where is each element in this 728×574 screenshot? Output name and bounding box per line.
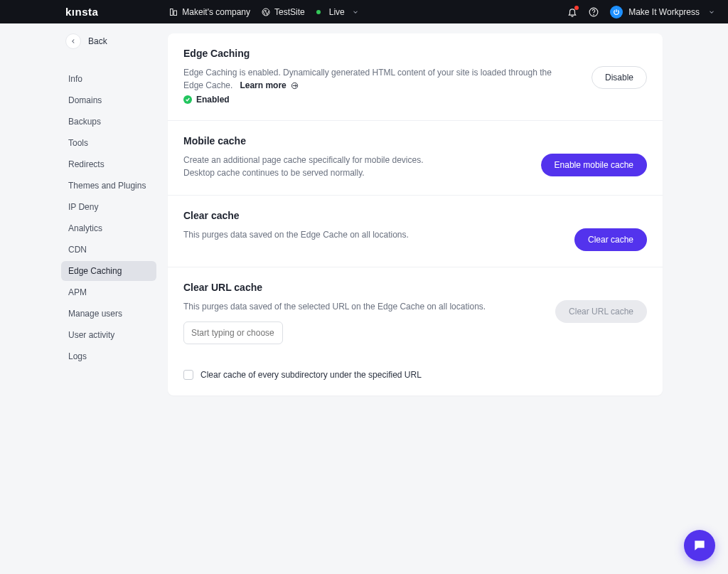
- arrow-left-icon: [70, 38, 77, 45]
- sidebar-item-domains[interactable]: Domains: [61, 90, 158, 110]
- sidebar-item-info[interactable]: Info: [61, 69, 158, 89]
- section-clear-cache: Clear cache This purges data saved on th…: [168, 196, 663, 267]
- breadcrumb: Makeit's company TestSite Live: [169, 7, 567, 17]
- sidebar-item-ip-deny[interactable]: IP Deny: [61, 197, 158, 217]
- external-link-icon: [291, 82, 299, 90]
- chevron-down-icon: [352, 9, 359, 16]
- section-mobile-cache: Mobile cache Create an additional page c…: [168, 121, 663, 196]
- sidebar-item-edge-caching[interactable]: Edge Caching: [61, 261, 156, 281]
- main-panel: Edge Caching Edge Caching is enabled. Dy…: [168, 33, 663, 395]
- sidebar-item-manage-users[interactable]: Manage users: [61, 304, 158, 324]
- enable-mobile-cache-button[interactable]: Enable mobile cache: [541, 154, 647, 176]
- section-title: Mobile cache: [183, 135, 647, 147]
- chevron-down-icon: [708, 9, 715, 16]
- chat-launcher[interactable]: [684, 530, 715, 561]
- svg-rect-0: [171, 9, 173, 15]
- sidebar-item-apm[interactable]: APM: [61, 282, 158, 302]
- sidebar-item-redirects[interactable]: Redirects: [61, 154, 158, 174]
- sidebar-item-tools[interactable]: Tools: [61, 133, 158, 153]
- notifications-button[interactable]: [567, 7, 577, 17]
- user-name: Make It Workpress: [628, 7, 700, 17]
- back-label: Back: [88, 36, 107, 46]
- power-icon: [613, 9, 620, 16]
- learn-more-link[interactable]: Learn more: [240, 80, 286, 90]
- sidebar-item-logs[interactable]: Logs: [61, 346, 158, 366]
- section-title: Clear cache: [183, 210, 647, 221]
- sidebar-item-user-activity[interactable]: User activity: [61, 325, 158, 345]
- subdirectory-checkbox[interactable]: [183, 370, 193, 380]
- sidebar-item-themes-and-plugins[interactable]: Themes and Plugins: [61, 176, 158, 196]
- company-icon: [169, 8, 178, 16]
- wordpress-icon: [262, 8, 270, 16]
- section-title: Edge Caching: [183, 48, 647, 59]
- avatar: [610, 6, 623, 18]
- sidebar-item-cdn[interactable]: CDN: [61, 240, 158, 260]
- chat-icon: [692, 538, 707, 553]
- disable-button[interactable]: Disable: [592, 66, 647, 89]
- subdirectory-checkbox-label: Clear cache of every subdirectory under …: [200, 370, 422, 380]
- section-title: Clear URL cache: [183, 282, 647, 293]
- top-bar: kınsta Makeit's company TestSite Live: [0, 0, 728, 23]
- env-label: Live: [329, 7, 345, 17]
- help-button[interactable]: [589, 7, 599, 17]
- section-edge-caching: Edge Caching Edge Caching is enabled. Dy…: [168, 33, 663, 121]
- back-button[interactable]: [65, 33, 81, 49]
- section-description: Create an additional page cache specific…: [183, 154, 424, 179]
- notification-dot-icon: [574, 6, 579, 10]
- check-icon: [183, 95, 192, 104]
- url-cache-input[interactable]: [183, 321, 283, 344]
- breadcrumb-site-label: TestSite: [274, 7, 305, 17]
- clear-cache-button[interactable]: Clear cache: [574, 228, 647, 251]
- status-badge: Enabled: [183, 95, 230, 105]
- clear-url-cache-button: Clear URL cache: [555, 300, 647, 323]
- svg-rect-1: [174, 11, 177, 16]
- live-indicator-icon: [316, 10, 321, 14]
- env-selector[interactable]: Live: [316, 7, 359, 17]
- sidebar: Back InfoDomainsBackupsToolsRedirectsThe…: [0, 33, 168, 395]
- section-description: Edge Caching is enabled. Dynamically gen…: [183, 66, 553, 92]
- breadcrumb-company-label: Makeit's company: [182, 7, 250, 17]
- section-description: This purges data saved on the Edge Cache…: [183, 228, 409, 241]
- sidebar-item-analytics[interactable]: Analytics: [61, 218, 158, 238]
- sidebar-item-backups[interactable]: Backups: [61, 112, 158, 132]
- section-description: This purges data saved of the selected U…: [183, 300, 538, 313]
- brand-logo[interactable]: kınsta: [65, 6, 98, 18]
- user-menu[interactable]: Make It Workpress: [610, 6, 715, 18]
- section-clear-url-cache: Clear URL cache This purges data saved o…: [168, 267, 663, 395]
- topbar-right: Make It Workpress: [567, 6, 715, 18]
- breadcrumb-company[interactable]: Makeit's company: [169, 7, 250, 17]
- svg-point-4: [594, 14, 594, 15]
- help-icon: [589, 7, 599, 17]
- sidebar-nav: InfoDomainsBackupsToolsRedirectsThemes a…: [61, 69, 158, 366]
- breadcrumb-site[interactable]: TestSite: [262, 7, 305, 17]
